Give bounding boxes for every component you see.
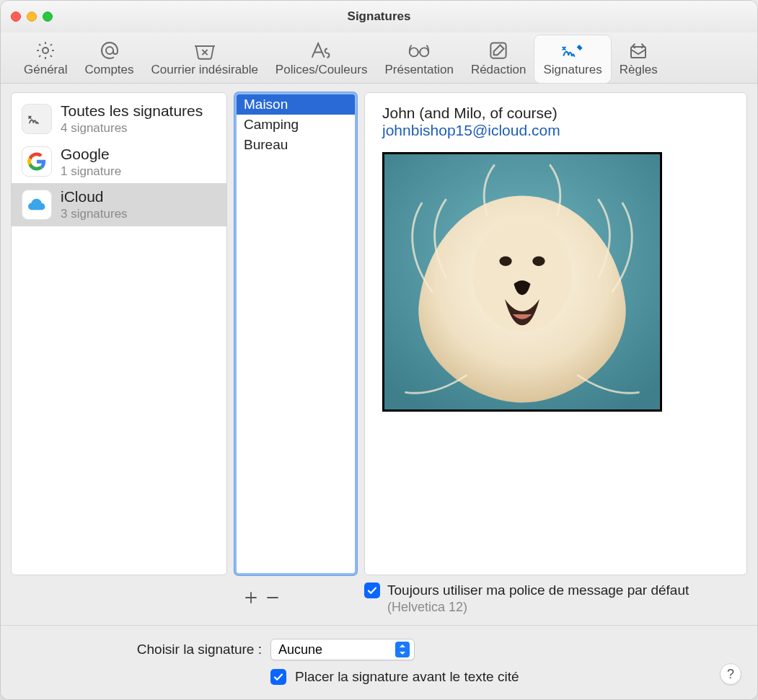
svg-point-9: [532, 257, 545, 266]
chevron-up-down-icon: [395, 642, 410, 657]
add-signature-button[interactable]: [240, 588, 262, 607]
remove-signature-button[interactable]: [262, 588, 283, 607]
tab-composing[interactable]: Rédaction: [462, 35, 535, 83]
toolbar-label: Rédaction: [471, 63, 526, 77]
signature-list[interactable]: Maison Camping Bureau: [234, 92, 357, 575]
toolbar-label: Comptes: [84, 63, 133, 77]
titlebar: Signatures: [1, 1, 757, 32]
content-area: Toutes les signatures 4 signatures Googl…: [1, 84, 757, 699]
tab-junk[interactable]: Courrier indésirable: [143, 35, 267, 83]
window-title: Signatures: [1, 9, 757, 24]
default-font-sub: (Helvetica 12): [387, 600, 689, 615]
svg-point-1: [106, 47, 113, 54]
svg-point-0: [43, 48, 48, 53]
toolbar-label: Courrier indésirable: [151, 63, 258, 77]
tab-signatures[interactable]: Signatures: [534, 35, 610, 83]
signature-item-maison[interactable]: Maison: [237, 94, 355, 115]
at-icon: [99, 38, 120, 63]
account-icloud[interactable]: iCloud 3 signatures: [12, 183, 226, 226]
preferences-toolbar: Général Comptes Courrier indésirable Pol…: [1, 32, 757, 84]
panels: Toutes les signatures 4 signatures Googl…: [1, 84, 757, 582]
tab-viewing[interactable]: Présentation: [376, 35, 462, 83]
choose-signature-popup[interactable]: Aucune: [270, 639, 415, 660]
fonts-icon: [309, 38, 334, 63]
default-font-label: Toujours utiliser ma police de message p…: [387, 582, 689, 598]
account-title: Toutes les signatures: [61, 102, 203, 120]
signature-item-bureau[interactable]: Bureau: [237, 135, 355, 155]
tab-fonts[interactable]: Polices/Couleurs: [267, 35, 376, 83]
rules-icon: [627, 38, 649, 63]
signature-editor[interactable]: John (and Milo, of course) johnbishop15@…: [364, 92, 747, 575]
account-title: Google: [61, 145, 121, 164]
junk-icon: [193, 38, 217, 63]
signature-icon: [22, 104, 52, 134]
choose-signature-label: Choisir la signature :: [17, 642, 262, 657]
account-title: iCloud: [61, 187, 128, 206]
preferences-window: Signatures Général Comptes Courrier indé…: [0, 0, 758, 700]
account-count: 1 signature: [61, 164, 121, 179]
svg-point-8: [499, 257, 511, 266]
svg-rect-5: [631, 47, 645, 58]
signature-list-column: Maison Camping Bureau: [234, 92, 357, 575]
compose-icon: [488, 38, 509, 63]
default-font-checkbox[interactable]: [364, 582, 380, 598]
panels-footer-row: Toujours utiliser ma police de message p…: [1, 582, 757, 625]
signature-item-camping[interactable]: Camping: [237, 115, 355, 135]
place-above-label: Placer la signature avant le texte cité: [295, 669, 519, 685]
account-count: 4 signatures: [61, 120, 203, 136]
account-google[interactable]: Google 1 signature: [12, 141, 226, 184]
add-remove-buttons: [234, 588, 283, 607]
toolbar-label: Présentation: [384, 63, 453, 77]
footer: Choisir la signature : Aucune Placer la …: [1, 625, 757, 699]
account-count: 3 signatures: [61, 206, 128, 221]
tab-accounts[interactable]: Comptes: [76, 35, 142, 83]
account-all-signatures[interactable]: Toutes les signatures 4 signatures: [12, 97, 226, 141]
signature-icon: [560, 38, 585, 63]
signature-image: [382, 152, 662, 412]
signature-text-line-1: John (and Milo, of course): [382, 105, 729, 122]
tab-rules[interactable]: Règles: [611, 35, 666, 83]
gear-icon: [35, 38, 56, 63]
toolbar-label: Signatures: [543, 63, 601, 77]
choose-signature-value: Aucune: [278, 642, 322, 657]
toolbar-label: Général: [24, 63, 67, 77]
icloud-icon: [22, 190, 52, 220]
svg-point-2: [410, 48, 418, 56]
help-button[interactable]: ?: [720, 663, 741, 685]
google-icon: [22, 146, 52, 177]
tab-general[interactable]: Général: [15, 35, 76, 83]
signature-email: johnbishop15@icloud.com: [382, 122, 729, 139]
toolbar-label: Polices/Couleurs: [276, 63, 368, 77]
glasses-icon: [406, 38, 432, 63]
place-above-checkbox[interactable]: [270, 669, 286, 685]
accounts-list[interactable]: Toutes les signatures 4 signatures Googl…: [11, 92, 227, 575]
svg-point-3: [420, 48, 428, 56]
toolbar-label: Règles: [620, 63, 658, 77]
svg-rect-4: [491, 43, 506, 58]
